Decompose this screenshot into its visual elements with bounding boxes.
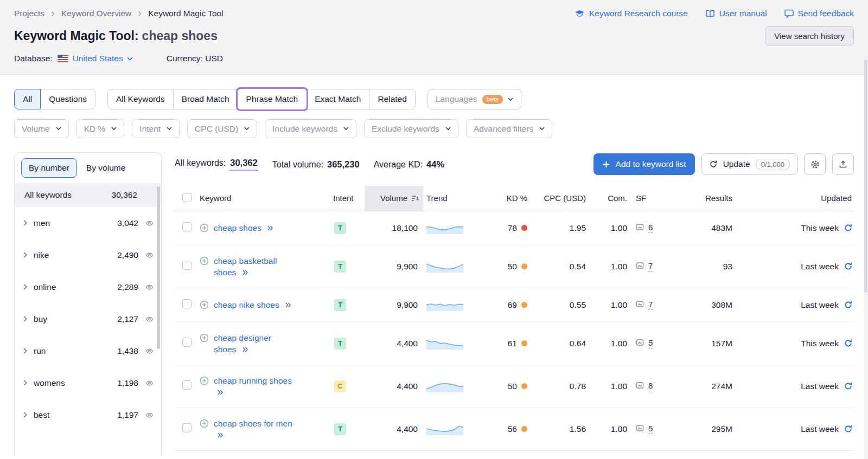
- add-to-keyword-list-button[interactable]: Add to keyword list: [593, 153, 695, 175]
- column-header-cpc[interactable]: CPC (USD): [533, 186, 591, 211]
- keyword-link[interactable]: cheap shoes: [214, 223, 261, 232]
- open-serp-icon[interactable]: [267, 222, 273, 234]
- add-keyword-icon[interactable]: [200, 256, 209, 266]
- sidebar-scrollbar[interactable]: [157, 186, 160, 349]
- chevron-right-icon[interactable]: [23, 220, 28, 226]
- eye-icon[interactable]: [145, 348, 154, 354]
- sf-count-link[interactable]: 5: [648, 338, 653, 348]
- intent-badge[interactable]: T: [334, 222, 346, 234]
- eye-icon[interactable]: [145, 284, 154, 290]
- keyword-link[interactable]: cheap shoes for men: [214, 419, 292, 428]
- refresh-row-icon[interactable]: [844, 300, 853, 309]
- sidebar-group-men[interactable]: men 3,042: [15, 207, 161, 239]
- select-all-checkbox[interactable]: [182, 193, 192, 202]
- update-button[interactable]: Update 0/1,000: [701, 153, 797, 175]
- sf-count-link[interactable]: 8: [648, 381, 653, 391]
- tab-related[interactable]: Related: [369, 89, 415, 109]
- refresh-row-icon[interactable]: [844, 424, 853, 434]
- column-header-intent[interactable]: Intent: [329, 186, 365, 211]
- eye-icon[interactable]: [145, 316, 154, 322]
- add-keyword-icon[interactable]: [200, 333, 209, 342]
- tab-all[interactable]: All: [14, 89, 41, 109]
- breadcrumb-projects[interactable]: Projects: [14, 9, 44, 18]
- eye-icon[interactable]: [145, 380, 154, 386]
- column-header-com[interactable]: Com.: [591, 186, 633, 211]
- sidebar-group-run[interactable]: run 1,438: [15, 335, 161, 367]
- chevron-right-icon[interactable]: [23, 348, 28, 354]
- chevron-right-icon[interactable]: [23, 284, 28, 290]
- chevron-right-icon[interactable]: [23, 380, 28, 386]
- add-keyword-icon[interactable]: [200, 419, 209, 428]
- row-checkbox[interactable]: [182, 380, 192, 390]
- open-serp-icon[interactable]: [242, 344, 248, 355]
- column-header-trend[interactable]: Trend: [423, 186, 484, 211]
- sf-count-link[interactable]: 5: [648, 424, 653, 434]
- user-manual-link[interactable]: User manual: [705, 9, 767, 18]
- keyword-research-course-link[interactable]: Keyword Research course: [575, 9, 688, 18]
- sf-count-link[interactable]: 7: [648, 300, 653, 310]
- chevron-right-icon[interactable]: [23, 316, 28, 322]
- filter-advanced-filters[interactable]: Advanced filters: [466, 119, 552, 138]
- database-selector[interactable]: United States: [73, 54, 133, 63]
- breadcrumb-keyword-overview[interactable]: Keyword Overview: [61, 9, 131, 18]
- column-header-keyword[interactable]: Keyword: [200, 186, 329, 211]
- sidebar-group-nike[interactable]: nike 2,490: [15, 239, 161, 271]
- add-keyword-icon[interactable]: [200, 300, 209, 309]
- refresh-row-icon[interactable]: [844, 339, 853, 348]
- filter-volume[interactable]: Volume: [14, 119, 69, 138]
- sidebar-group-womens[interactable]: womens 1,198: [15, 367, 161, 399]
- intent-badge[interactable]: T: [334, 261, 346, 273]
- tab-questions[interactable]: Questions: [40, 89, 95, 109]
- row-checkbox[interactable]: [182, 299, 192, 308]
- open-serp-icon[interactable]: [242, 267, 248, 278]
- sidebar-item-all-keywords[interactable]: All keywords 30,362: [15, 183, 161, 207]
- add-keyword-icon[interactable]: [200, 376, 209, 385]
- open-serp-icon[interactable]: [217, 386, 224, 398]
- intent-badge[interactable]: T: [334, 299, 346, 311]
- toggle-by-volume[interactable]: By volume: [79, 158, 133, 178]
- chevron-right-icon[interactable]: [23, 412, 28, 418]
- refresh-row-icon[interactable]: [844, 262, 853, 271]
- table-settings-button[interactable]: [804, 153, 826, 175]
- tab-exact-match[interactable]: Exact Match: [306, 89, 369, 109]
- filter-kd[interactable]: KD %: [76, 119, 125, 138]
- tab-broad-match[interactable]: Broad Match: [173, 89, 238, 109]
- export-button[interactable]: [832, 153, 854, 175]
- column-header-kd[interactable]: KD %: [484, 186, 533, 211]
- column-header-sf[interactable]: SF: [633, 186, 676, 211]
- eye-icon[interactable]: [145, 220, 154, 227]
- sidebar-group-buy[interactable]: buy 2,127: [15, 303, 161, 335]
- refresh-row-icon[interactable]: [844, 382, 853, 391]
- column-header-volume[interactable]: Volume: [365, 186, 423, 211]
- refresh-row-icon[interactable]: [844, 223, 853, 232]
- tab-phrase-match[interactable]: Phrase Match: [238, 89, 307, 109]
- sf-count-link[interactable]: 6: [648, 223, 653, 233]
- intent-badge[interactable]: T: [334, 338, 346, 350]
- filter-exclude-keywords[interactable]: Exclude keywords: [364, 119, 458, 138]
- open-serp-icon[interactable]: [217, 429, 224, 441]
- row-checkbox[interactable]: [182, 423, 192, 432]
- sidebar-group-online[interactable]: online 2,289: [15, 271, 161, 303]
- open-serp-icon[interactable]: [285, 299, 291, 311]
- keyword-link[interactable]: cheap running shoes: [214, 376, 292, 385]
- languages-dropdown[interactable]: Languages beta: [427, 89, 521, 109]
- column-header-results[interactable]: Results: [676, 186, 738, 211]
- eye-icon[interactable]: [145, 252, 154, 258]
- filter-include-keywords[interactable]: Include keywords: [265, 119, 356, 138]
- chevron-right-icon[interactable]: [23, 252, 28, 258]
- column-header-updated[interactable]: Updated: [738, 186, 854, 211]
- intent-badge[interactable]: T: [334, 423, 346, 435]
- filter-cpc-usd[interactable]: CPC (USD): [187, 119, 257, 138]
- keyword-link[interactable]: cheap nike shoes: [214, 300, 279, 309]
- row-checkbox[interactable]: [182, 261, 192, 270]
- toggle-by-number[interactable]: By number: [21, 158, 77, 178]
- eye-icon[interactable]: [145, 412, 154, 418]
- view-search-history-button[interactable]: View search history: [765, 26, 854, 46]
- row-checkbox[interactable]: [182, 222, 192, 231]
- row-checkbox[interactable]: [182, 338, 192, 347]
- sf-count-link[interactable]: 7: [648, 261, 653, 271]
- filter-intent[interactable]: Intent: [132, 119, 180, 138]
- sidebar-group-best[interactable]: best 1,197: [15, 399, 161, 431]
- intent-badge[interactable]: C: [334, 380, 346, 392]
- send-feedback-link[interactable]: Send feedback: [784, 9, 854, 18]
